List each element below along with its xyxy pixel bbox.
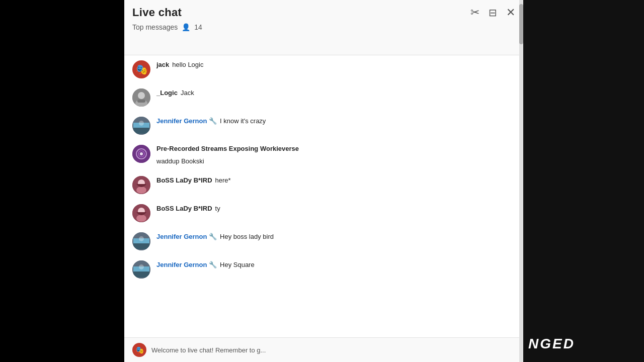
chat-header: Live chat ✂ ⊟ ✕ Top messages 👤 14 — [124, 0, 523, 55]
close-icon[interactable]: ✕ — [506, 6, 515, 19]
username: Jennifer Gernon 🔧 — [156, 117, 217, 125]
svg-point-14 — [136, 187, 146, 194]
chat-message: Jennifer Gernon 🔧 I know it's crazy — [124, 112, 523, 140]
avatar — [132, 117, 150, 135]
chat-message: _Logic Jack — [124, 83, 523, 112]
svg-point-11 — [140, 152, 143, 155]
welcome-avatar-icon: 🎭 — [132, 343, 146, 357]
message-content: Jennifer Gernon 🔧 Hey boss lady bird — [156, 232, 515, 241]
right-background: NGED — [523, 0, 644, 362]
avatar: 🎭 — [132, 60, 150, 78]
top-bar: Live chat ✂ ⊟ ✕ — [132, 6, 515, 19]
message-content: Jennifer Gernon 🔧 I know it's crazy — [156, 117, 515, 126]
chat-message: BoSS LaDy B*IRD ty — [124, 199, 523, 227]
message-content: Jennifer Gernon 🔧 Hey Square — [156, 260, 515, 269]
message-text: hello Logic — [172, 60, 203, 69]
username: _Logic — [156, 89, 178, 97]
welcome-text: Welcome to live chat! Remember to g... — [151, 346, 266, 354]
username: BoSS LaDy B*IRD — [156, 205, 212, 212]
message-text: waddup Bookski — [156, 157, 204, 165]
message-text: I know it's crazy — [220, 117, 266, 126]
username: Jennifer Gernon 🔧 — [156, 233, 217, 240]
svg-point-17 — [136, 215, 146, 222]
avatar — [132, 232, 150, 250]
scissors-icon[interactable]: ✂ — [470, 6, 479, 19]
message-content: _Logic Jack — [156, 88, 515, 98]
svg-point-1 — [138, 92, 145, 99]
welcome-bar: 🎭 Welcome to live chat! Remember to g... — [124, 337, 523, 362]
svg-point-21 — [139, 236, 144, 241]
avatar — [132, 260, 150, 279]
scrollbar[interactable] — [519, 0, 523, 362]
left-background — [0, 0, 124, 362]
avatar — [132, 176, 150, 194]
username: BoSS LaDy B*IRD — [156, 176, 212, 184]
header-icons: ✂ ⊟ ✕ — [470, 6, 515, 19]
message-text: here* — [215, 176, 231, 185]
svg-rect-3 — [137, 100, 145, 103]
svg-point-7 — [139, 121, 144, 126]
messages-list: 🎭 jack hello Logic _Logic Jack — [124, 55, 523, 337]
message-body: waddup Bookski — [156, 156, 204, 166]
viewers-icon: 👤 — [182, 23, 190, 31]
live-chat-title: Live chat — [132, 6, 182, 19]
svg-point-25 — [139, 264, 144, 269]
avatar — [132, 88, 150, 107]
message-text: Jack — [181, 88, 194, 98]
message-text: Hey boss lady bird — [220, 232, 274, 241]
avatar — [132, 204, 150, 222]
chat-panel: Live chat ✂ ⊟ ✕ Top messages 👤 14 🎭 jack… — [124, 0, 523, 362]
chat-message: 🎭 jack hello Logic — [124, 55, 523, 83]
username-row: Pre-Recorded Streams Exposing Workievers… — [156, 145, 299, 152]
message-text: ty — [215, 204, 220, 213]
watermark: NGED — [528, 336, 575, 352]
message-content: BoSS LaDy B*IRD ty — [156, 204, 515, 213]
message-content: jack hello Logic — [156, 60, 515, 69]
message-content: Pre-Recorded Streams Exposing Workievers… — [156, 145, 515, 166]
viewers-count: 14 — [194, 23, 202, 31]
sliders-icon[interactable]: ⊟ — [489, 7, 497, 19]
avatar — [132, 145, 150, 163]
chat-message: BoSS LaDy B*IRD here* — [124, 171, 523, 199]
chat-message: Pre-Recorded Streams Exposing Workievers… — [124, 140, 523, 171]
top-messages-label: Top messages — [132, 23, 178, 31]
chat-message: Jennifer Gernon 🔧 Hey boss lady bird — [124, 227, 523, 255]
username: Pre-Recorded Streams Exposing Workievers… — [156, 145, 299, 152]
username: Jennifer Gernon 🔧 — [156, 261, 217, 268]
message-content: BoSS LaDy B*IRD here* — [156, 176, 515, 185]
message-text: Hey Square — [220, 260, 255, 269]
scrollbar-thumb[interactable] — [519, 4, 523, 44]
top-messages-row: Top messages 👤 14 — [132, 23, 515, 31]
username: jack — [156, 61, 169, 68]
chat-message: Jennifer Gernon 🔧 Hey Square — [124, 255, 523, 284]
